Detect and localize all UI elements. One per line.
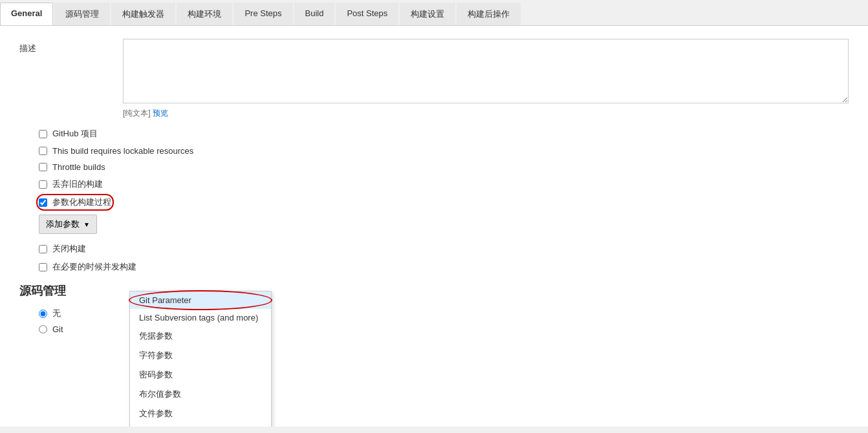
checkbox-label-disable: 关闭构建: [52, 243, 86, 255]
checkbox-github[interactable]: [39, 130, 47, 138]
tab-presteps[interactable]: Pre Steps: [233, 3, 292, 25]
preview-link[interactable]: 预览: [153, 109, 168, 118]
add-param-label: 添加参数: [46, 218, 80, 230]
parameterized-highlight: 参数化构建过程: [39, 196, 111, 208]
tab-source[interactable]: 源码管理: [54, 3, 110, 25]
dropdown-item-git-param[interactable]: Git Parameter: [130, 291, 271, 309]
dropdown-item-svn-tags[interactable]: List Subversion tags (and more): [130, 309, 271, 326]
tab-env[interactable]: 构建环境: [177, 3, 232, 25]
tab-settings[interactable]: 构建设置: [400, 3, 455, 25]
checkbox-discard[interactable]: [39, 180, 47, 189]
tab-trigger[interactable]: 构建触发器: [111, 3, 175, 25]
radio-label-none: 无: [52, 308, 61, 319]
tab-postbuild[interactable]: 构建后操作: [457, 3, 521, 25]
checkbox-parameterized[interactable]: [39, 198, 47, 207]
tab-poststeps[interactable]: Post Steps: [336, 3, 398, 25]
radio-label-git: Git: [52, 324, 63, 334]
description-textarea[interactable]: [123, 39, 849, 103]
description-label: 描述: [19, 39, 123, 54]
radio-none[interactable]: [39, 310, 47, 318]
checkboxes-container: GitHub 项目This build requires lockable re…: [19, 128, 849, 208]
checkbox-label-discard: 丢弃旧的构建: [52, 178, 103, 190]
more-checkboxes-container: 关闭构建在必要的时候并发构建: [19, 243, 849, 273]
description-field: [纯文本] 预览: [123, 39, 849, 119]
dropdown-item-boolean[interactable]: 布尔值参数: [130, 385, 271, 404]
checkbox-row-lockable: This build requires lockable resources: [19, 146, 849, 156]
dropdown-item-string[interactable]: 字符参数: [130, 346, 271, 365]
checkbox-label-throttle: Throttle builds: [52, 162, 105, 172]
checkbox-row-parameterized: 参数化构建过程: [19, 196, 849, 208]
checkbox-label-lockable: This build requires lockable resources: [52, 146, 193, 156]
checkbox-label-github: GitHub 项目: [52, 128, 98, 140]
tabs-bar: General源码管理构建触发器构建环境Pre StepsBuildPost S…: [0, 0, 868, 26]
checkbox-row-concurrent: 在必要的时候并发构建: [19, 261, 849, 273]
dropdown-item-text[interactable]: 文本参数: [130, 423, 271, 427]
description-row: 描述 [纯文本] 预览: [19, 39, 849, 119]
checkbox-row-throttle: Throttle builds: [19, 162, 849, 172]
tab-general[interactable]: General: [0, 3, 53, 25]
dropdown-item-file[interactable]: 文件参数: [130, 404, 271, 423]
content-area: 描述 [纯文本] 预览 GitHub 项目This build requires…: [0, 26, 868, 427]
checkbox-disable[interactable]: [39, 245, 47, 253]
tab-build[interactable]: Build: [294, 3, 335, 25]
checkbox-label-concurrent: 在必要的时候并发构建: [52, 261, 136, 273]
checkbox-throttle[interactable]: [39, 163, 47, 171]
plain-text-label: [纯文本]: [123, 109, 151, 118]
checkbox-lockable[interactable]: [39, 147, 47, 155]
radio-git[interactable]: [39, 325, 47, 333]
dropdown-item-credential[interactable]: 凭据参数: [130, 326, 271, 346]
dropdown-item-password[interactable]: 密码参数: [130, 365, 271, 385]
dropdown-menu: Git ParameterList Subversion tags (and m…: [129, 291, 272, 427]
add-param-caret: ▼: [83, 221, 90, 228]
text-links: [纯文本] 预览: [123, 108, 849, 119]
checkbox-row-disable: 关闭构建: [19, 243, 849, 255]
checkbox-row-discard: 丢弃旧的构建: [19, 178, 849, 190]
checkbox-label-parameterized: 参数化构建过程: [52, 196, 111, 208]
checkbox-concurrent[interactable]: [39, 263, 47, 271]
add-param-button[interactable]: 添加参数 ▼: [39, 215, 97, 234]
checkbox-row-github: GitHub 项目: [19, 128, 849, 140]
add-param-row: 添加参数 ▼: [19, 215, 849, 234]
